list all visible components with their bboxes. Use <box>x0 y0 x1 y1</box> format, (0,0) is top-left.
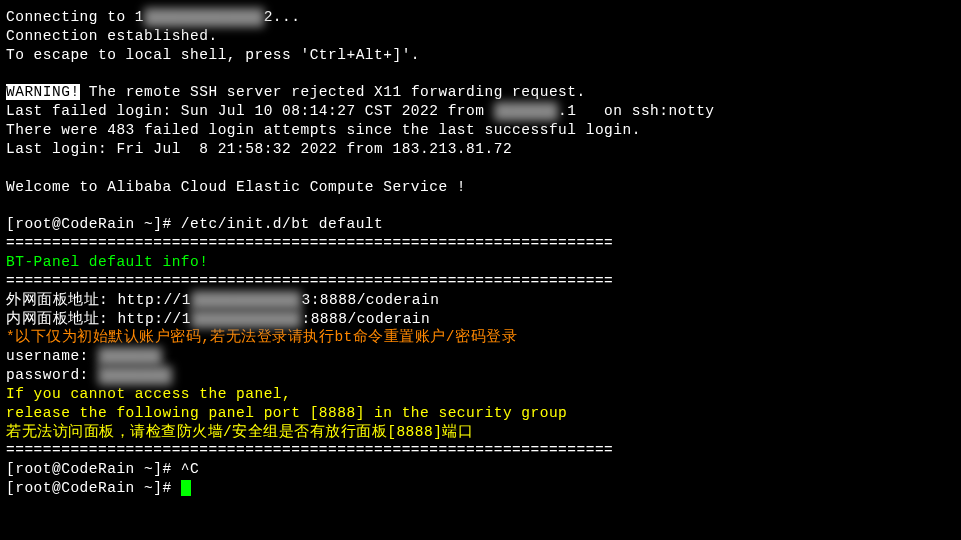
last-failed-login: Last failed login: Sun Jul 10 08:14:27 C… <box>6 102 955 121</box>
internal-panel-url: 内网面板地址: http://1XX.XX.XXX.XX:8888/codera… <box>6 310 955 329</box>
access-hint: release the following panel port [8888] … <box>6 404 955 423</box>
command: /etc/init.d/bt default <box>181 216 383 232</box>
access-hint-cn: 若无法访问面板，请检查防火墙/安全组是否有放行面板[8888]端口 <box>6 423 955 442</box>
divider: ========================================… <box>6 272 955 291</box>
welcome-message: Welcome to Alibaba Cloud Elastic Compute… <box>6 178 955 197</box>
prompt-line[interactable]: [root@CodeRain ~]# ^C <box>6 460 955 479</box>
cursor <box>181 480 191 496</box>
last-login: Last login: Fri Jul 8 21:58:32 2022 from… <box>6 140 955 159</box>
access-hint: If you cannot access the panel, <box>6 385 955 404</box>
escape-hint: To escape to local shell, press 'Ctrl+Al… <box>6 46 955 65</box>
divider: ========================================… <box>6 234 955 253</box>
redacted-ip: XX.XXX.XX.XX <box>191 291 301 310</box>
connection-established: Connection established. <box>6 27 955 46</box>
divider: ========================================… <box>6 441 955 460</box>
external-panel-url: 外网面板地址: http://1XX.XXX.XX.XX3:8888/coder… <box>6 291 955 310</box>
password-line: password: XXXXXXXX <box>6 366 955 385</box>
connecting-line: Connecting to 1XX.XXX.XXX.XX2... <box>6 8 955 27</box>
failed-attempts: There were 483 failed login attempts sin… <box>6 121 955 140</box>
redacted-ip: XX.XX.XXX.XX <box>191 310 301 329</box>
blank-line <box>6 159 955 178</box>
redacted-username: XXXXXXX <box>98 347 162 366</box>
prompt-prefix: [root@CodeRain ~]# <box>6 480 181 496</box>
redacted-ip: XX.XXX.XXX.XX <box>144 8 264 27</box>
prompt-line[interactable]: [root@CodeRain ~]# /etc/init.d/bt defaul… <box>6 215 955 234</box>
redacted-ip: XXX.XXX <box>494 102 558 121</box>
command: ^C <box>181 461 199 477</box>
prompt-line[interactable]: [root@CodeRain ~]# <box>6 479 955 498</box>
prompt-prefix: [root@CodeRain ~]# <box>6 461 181 477</box>
prompt-prefix: [root@CodeRain ~]# <box>6 216 181 232</box>
warning-line: WARNING! The remote SSH server rejected … <box>6 83 955 102</box>
warning-label: WARNING! <box>6 84 80 100</box>
panel-title: BT-Panel default info! <box>6 253 955 272</box>
blank-line <box>6 65 955 84</box>
username-line: username: XXXXXXX <box>6 347 955 366</box>
blank-line <box>6 196 955 215</box>
redacted-password: XXXXXXXX <box>98 366 172 385</box>
init-hint: *以下仅为初始默认账户密码,若无法登录请执行bt命令重置账户/密码登录 <box>6 328 955 347</box>
